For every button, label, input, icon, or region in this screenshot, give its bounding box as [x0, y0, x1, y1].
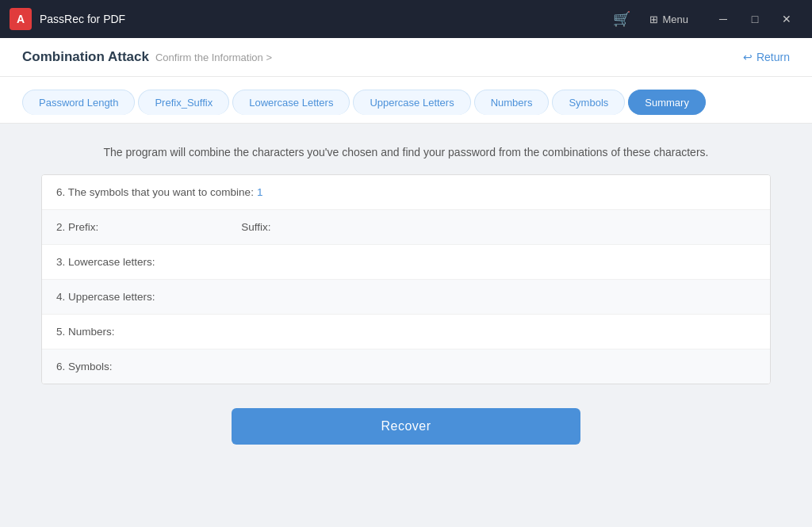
minimize-button[interactable]: ─ [707, 6, 739, 32]
tab-lowercase-letters[interactable]: Lowercase Letters [232, 90, 350, 115]
top-bar: Combination Attack Confirm the Informati… [0, 38, 812, 77]
window-controls: ─ □ ✕ [707, 6, 802, 32]
row-numbers-label: 5. Numbers: [56, 326, 115, 338]
breadcrumb-main: Combination Attack [22, 49, 149, 65]
cart-icon[interactable]: 🛒 [607, 7, 637, 31]
tab-summary[interactable]: Summary [628, 90, 706, 115]
return-icon: ↩ [743, 51, 753, 63]
row-symbols-label: 6. Symbols: [56, 361, 113, 372]
tabs-bar: Password Length Prefix_Suffix Lowercase … [0, 77, 812, 124]
breadcrumb: Combination Attack Confirm the Informati… [22, 49, 272, 65]
titlebar-controls: 🛒 ⊞ Menu ─ □ ✕ [607, 6, 802, 32]
recover-button[interactable]: Recover [232, 408, 580, 445]
table-row: 4. Uppercase letters: [42, 280, 770, 315]
logo-icon: A [17, 13, 25, 25]
tab-prefix-suffix[interactable]: Prefix_Suffix [138, 90, 229, 115]
close-button[interactable]: ✕ [771, 6, 802, 32]
row-uppercase-label: 4. Uppercase letters: [56, 291, 155, 303]
tab-numbers[interactable]: Numbers [474, 90, 550, 115]
return-button[interactable]: ↩ Return [743, 51, 790, 63]
row-prefix-label: 2. Prefix: [56, 221, 98, 233]
grid-icon: ⊞ [649, 13, 658, 25]
description-text: The program will combine the characters … [25, 146, 787, 158]
maximize-button[interactable]: □ [739, 6, 771, 32]
app-logo: A [10, 8, 32, 30]
tab-password-length[interactable]: Password Length [22, 90, 135, 115]
breadcrumb-sub: Confirm the Information > [155, 52, 272, 63]
tab-symbols[interactable]: Symbols [552, 90, 625, 115]
table-row: 6. The symbols that you want to combine:… [42, 175, 770, 210]
recover-section: Recover [25, 400, 787, 453]
row-lowercase-label: 3. Lowercase letters: [56, 256, 155, 268]
tab-uppercase-letters[interactable]: Uppercase Letters [353, 90, 470, 115]
table-row: 3. Lowercase letters: [42, 245, 770, 280]
row-suffix-label: Suffix: [241, 221, 270, 233]
row-symbols-count-label: 6. The symbols that you want to combine: [56, 186, 254, 198]
app-title: PassRec for PDF [40, 13, 607, 25]
title-bar: A PassRec for PDF 🛒 ⊞ Menu ─ □ ✕ [0, 0, 812, 38]
table-row: 2. Prefix: Suffix: [42, 210, 770, 245]
main-content: Combination Attack Confirm the Informati… [0, 38, 812, 527]
menu-button[interactable]: ⊞ Menu [643, 10, 695, 29]
content-area: The program will combine the characters … [0, 124, 812, 527]
table-row: 5. Numbers: [42, 315, 770, 349]
summary-table: 6. The symbols that you want to combine:… [41, 174, 771, 384]
table-row: 6. Symbols: [42, 349, 770, 384]
row-symbols-count-value: 1 [257, 186, 263, 198]
